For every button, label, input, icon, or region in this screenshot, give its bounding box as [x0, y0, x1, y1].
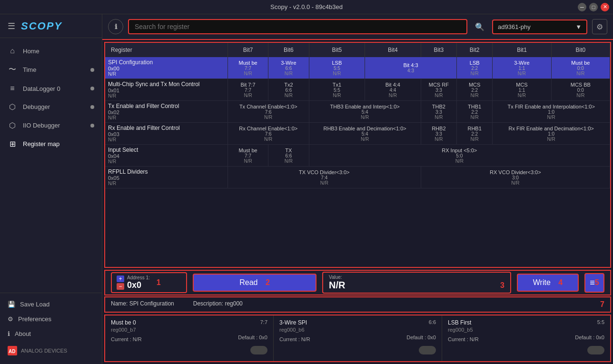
hamburger-icon[interactable]: ☰ [8, 21, 15, 31]
bit-cell: RX VCO Divider<3:0> 3:0 N/R [421, 167, 610, 188]
scopy-logo: SCOPY [21, 20, 62, 32]
search-input[interactable] [128, 19, 467, 34]
bit-cell: MCS RF 3:3 N/R [421, 79, 456, 101]
bit-cell: Must be 7:7 N/R [227, 145, 268, 167]
sidebar-item-label: DataLogger 0 [23, 85, 60, 92]
bit-detail-col: LSB First 5:5 reg000_b5 Current : N/R De… [442, 315, 610, 361]
bit-cell: Tx Channel Enable<1:0> 7:6 N/R [227, 101, 309, 123]
bit-cell: MCS BB 0:0 N/R [551, 79, 610, 101]
preferences-icon: ⚙ [8, 315, 13, 323]
bit-detail-area: Must be 0 7:7 reg000_b7 Current : N/R De… [104, 315, 611, 362]
bit-cell: RHB2 3:3 N/R [421, 123, 456, 145]
sidebar-item-home[interactable]: ⌂ Home [0, 42, 102, 60]
register-table-area[interactable]: Register Bit7 Bit6 Bit5 Bit4 Bit3 Bit2 B… [104, 42, 611, 268]
chevron-down-icon: ▼ [575, 23, 582, 30]
iio-debugger-icon: ⬡ [8, 121, 17, 130]
address-increment-button[interactable]: + [117, 275, 124, 282]
bit-detail-range: 7:7 [260, 319, 267, 325]
bit-toggle[interactable] [419, 346, 436, 354]
search-button[interactable]: 🔍 [472, 19, 487, 34]
bit-cell: Bit 4:4 4:4 N/R [365, 79, 421, 101]
bit-detail-name: 3-Wire SPI [279, 319, 307, 326]
table-row[interactable]: RFPLL Dividers 0x05 N/R TX VCO Divider<3… [105, 167, 610, 188]
menu-button[interactable]: ≡ 5 [584, 273, 604, 293]
reg-name-cell: RFPLL Dividers 0x05 N/R [105, 167, 227, 188]
datalogger-icon: ≡ [8, 84, 17, 93]
control-badge-7: 7 [600, 300, 604, 309]
close-button[interactable]: ✕ [601, 3, 609, 11]
save-load-button[interactable]: 💾 Save Load [0, 297, 102, 312]
reg-description: Description: reg000 [193, 300, 243, 309]
settings-button[interactable]: ⚙ [592, 19, 607, 34]
control-badge-5: 5 [595, 278, 599, 287]
sidebar-item-iio-debugger[interactable]: ⬡ IIO Debugger [0, 116, 102, 135]
svg-text:AD: AD [9, 349, 15, 354]
app-layout: ☰ SCOPY ⌂ Home 〜 Time ≡ DataLogger 0 ⬡ D… [0, 14, 613, 364]
register-map-icon: ⊞ [8, 139, 17, 148]
bit-detail-col: 3-Wire SPI 6:6 reg000_b6 Current : N/R D… [274, 315, 442, 361]
address-decrement-button[interactable]: − [117, 283, 124, 290]
address-control: + − Address 1: 0x0 1 [111, 272, 187, 293]
table-row[interactable]: SPI Configuration 0x00 N/R Must be 7:7 N… [105, 57, 610, 79]
bit-cell: Tx1 5:5 N/R [309, 79, 365, 101]
bit-detail-reg: reg000_b5 [448, 327, 604, 333]
read-button[interactable]: Read 2 [193, 274, 316, 292]
reg-name-cell: SPI Configuration 0x00 N/R [105, 57, 227, 79]
sidebar-item-datalogger[interactable]: ≡ DataLogger 0 [0, 79, 102, 98]
reg-name-cell: Tx Enable and Filter Control 0x02 N/R [105, 101, 227, 123]
top-toolbar: ℹ 🔍 ad9361-phy ▼ ⚙ [102, 14, 613, 40]
window-controls: ─ □ ✕ [578, 3, 609, 11]
table-row[interactable]: Input Select 0x04 N/R Must be 7:7 N/R TX… [105, 145, 610, 167]
reg-name-cell: Rx Enable and Filter Control 0x03 N/R [105, 123, 227, 145]
description-area: Name: SPI Configuration Description: reg… [104, 296, 611, 313]
device-selector[interactable]: ad9361-phy ▼ [492, 20, 587, 34]
col-bit6: Bit6 [268, 43, 309, 57]
bit-cell: MCS 2:2 N/R [457, 79, 493, 101]
bit-cell: Bit 7:7 7:7 N/R [227, 79, 268, 101]
table-row[interactable]: Multi-Chip Sync and Tx Mon Control 0x01 … [105, 79, 610, 101]
sidebar-item-register-map[interactable]: ⊞ Register map [0, 135, 102, 153]
title-bar: Scopy - v2.0.0 - 89c4b3ed ─ □ ✕ [0, 0, 613, 14]
bit-cell: Must be 0:0 N/R [551, 57, 610, 79]
analog-devices-logo: AD ANALOG DEVICES [0, 341, 102, 360]
col-bit4: Bit4 [365, 43, 421, 57]
nav-dot [90, 68, 94, 72]
bit-detail-default: Default : 0x0 [406, 334, 436, 342]
bit-detail-current: Current : N/R [448, 336, 479, 342]
control-badge-2: 2 [266, 278, 270, 286]
preferences-button[interactable]: ⚙ Preferences [0, 312, 102, 326]
table-row[interactable]: Tx Enable and Filter Control 0x02 N/R Tx… [105, 101, 610, 123]
bit-detail-name: Must be 0 [111, 319, 136, 326]
table-row[interactable]: Rx Enable and Filter Control 0x03 N/R Rx… [105, 123, 610, 145]
bit-detail-range: 6:6 [429, 319, 436, 325]
bit-toggle[interactable] [250, 346, 267, 354]
bit-cell: THB1 2:2 N/R [457, 101, 493, 123]
bit-detail-current: Current : N/R [279, 336, 310, 342]
sidebar-item-debugger[interactable]: ⬡ Debugger [0, 98, 102, 116]
about-label: About [15, 330, 31, 337]
reg-name-cell: Input Select 0x04 N/R [105, 145, 227, 167]
home-icon: ⌂ [8, 47, 17, 55]
write-button[interactable]: Write 4 [517, 274, 579, 292]
info-button[interactable]: ℹ [108, 19, 123, 34]
bit-detail-reg: reg000_b7 [111, 327, 267, 333]
bit-toggle[interactable] [587, 346, 604, 354]
bit-cell: LSB 2:2 N/R [457, 57, 493, 79]
control-badge-4: 4 [558, 278, 563, 286]
bit-cell: Tx2 6:6 N/R [268, 79, 309, 101]
maximize-button[interactable]: □ [589, 3, 598, 11]
register-table: Register Bit7 Bit6 Bit5 Bit4 Bit3 Bit2 B… [105, 43, 610, 188]
sidebar-item-label: IIO Debugger [23, 122, 60, 129]
device-selector-label: ad9361-phy [498, 23, 572, 30]
col-bit0: Bit0 [551, 43, 610, 57]
nav-dot [90, 87, 94, 90]
minimize-button[interactable]: ─ [578, 3, 586, 11]
bit-cell: THB3 Enable and Interp<1:0> 5:4 N/R [309, 101, 421, 123]
bit-cell: 3-Wire 1:1 N/R [493, 57, 551, 79]
address-label: Address 1: [127, 275, 150, 280]
value-display: Value: N/R 3 [322, 272, 511, 294]
sidebar: ☰ SCOPY ⌂ Home 〜 Time ≡ DataLogger 0 ⬡ D… [0, 14, 102, 364]
about-button[interactable]: ℹ About [0, 326, 102, 341]
sidebar-item-time[interactable]: 〜 Time [0, 60, 102, 79]
reg-name-cell: Multi-Chip Sync and Tx Mon Control 0x01 … [105, 79, 227, 101]
